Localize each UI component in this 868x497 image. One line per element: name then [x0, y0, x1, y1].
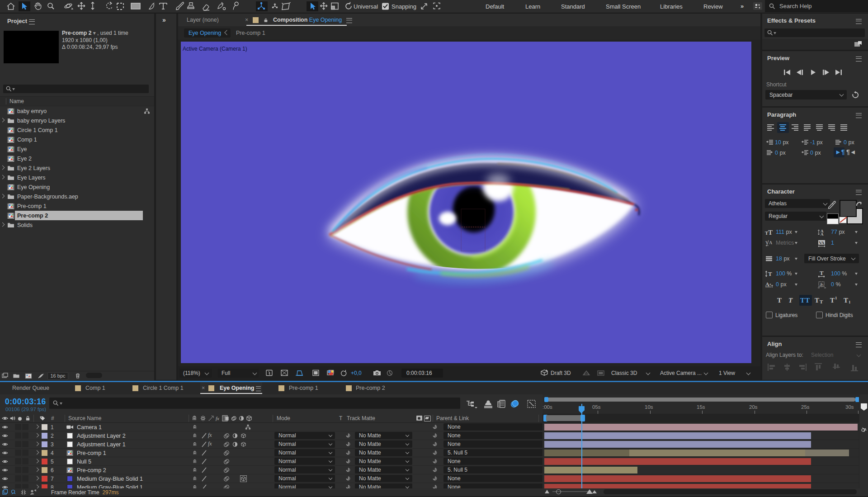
- svg-text:A: A: [821, 232, 824, 237]
- svg-text:あ: あ: [820, 282, 824, 287]
- svg-text:T: T: [768, 229, 773, 236]
- svg-text:VA: VA: [819, 241, 825, 245]
- svg-text:a: a: [769, 282, 771, 286]
- svg-text:T: T: [768, 270, 772, 277]
- svg-text:A: A: [769, 240, 773, 245]
- svg-text:fx: fx: [216, 416, 219, 421]
- svg-text:A: A: [765, 281, 769, 288]
- svg-text:T: T: [820, 270, 824, 276]
